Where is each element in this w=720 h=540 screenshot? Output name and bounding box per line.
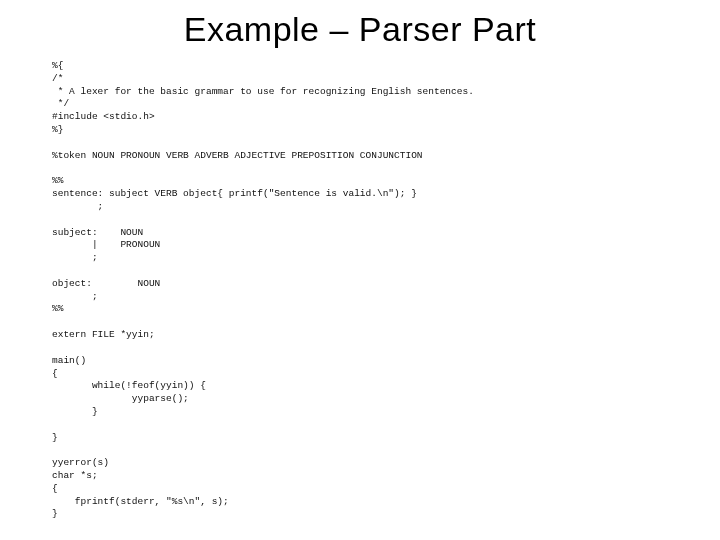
code-line: /* xyxy=(52,73,63,84)
code-line: char *s; xyxy=(52,470,98,481)
code-line: { xyxy=(52,368,58,379)
code-line: object: NOUN xyxy=(52,278,160,289)
code-line: main() xyxy=(52,355,86,366)
code-line: %% xyxy=(52,175,63,186)
code-line: %{ xyxy=(52,60,63,71)
code-line: | PRONOUN xyxy=(52,239,160,250)
code-line: ; xyxy=(52,291,98,302)
code-line: yyerror(s) xyxy=(52,457,109,468)
code-line: yyparse(); xyxy=(52,393,189,404)
code-line: extern FILE *yyin; xyxy=(52,329,155,340)
code-line: %} xyxy=(52,124,63,135)
code-line: { xyxy=(52,483,58,494)
code-line: subject: NOUN xyxy=(52,227,143,238)
code-line: #include <stdio.h> xyxy=(52,111,155,122)
code-line: fprintf(stderr, "%s\n", s); xyxy=(52,496,229,507)
code-line: * A lexer for the basic grammar to use f… xyxy=(52,86,474,97)
code-line: %% xyxy=(52,303,63,314)
code-line: %token NOUN PRONOUN VERB ADVERB ADJECTIV… xyxy=(52,150,423,161)
code-block: %{ /* * A lexer for the basic grammar to… xyxy=(52,60,680,520)
code-line: ; xyxy=(52,252,98,263)
code-line: while(!feof(yyin)) { xyxy=(52,380,206,391)
code-line: } xyxy=(52,406,98,417)
code-line: } xyxy=(52,432,58,443)
code-line: } xyxy=(52,508,58,519)
code-line: sentence: subject VERB object{ printf("S… xyxy=(52,188,417,199)
code-line: */ xyxy=(52,98,69,109)
slide-title: Example – Parser Part xyxy=(0,10,720,49)
code-line: ; xyxy=(52,201,103,212)
